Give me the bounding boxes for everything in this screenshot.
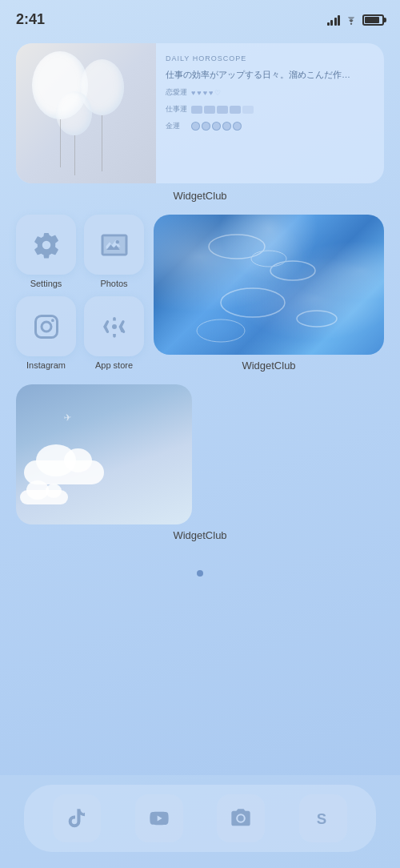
- horoscope-love-row: 恋愛運 ♥ ♥ ♥ ♥ ♡: [166, 87, 374, 98]
- photos-icon: [100, 231, 129, 259]
- settings-label: Settings: [30, 279, 62, 288]
- status-icons: [327, 14, 385, 26]
- dock-tiktok[interactable]: [53, 794, 101, 842]
- dock-s-app[interactable]: S: [299, 794, 347, 842]
- signal-icon: [327, 14, 341, 26]
- cloud-2: [20, 490, 68, 504]
- svg-text:S: S: [317, 810, 326, 827]
- appstore-icon-bg: [84, 296, 144, 356]
- horoscope-widget[interactable]: DAILY HOROSCOPE 仕事の効率がアップする日々。溜めこんだ作… 恋愛…: [16, 43, 384, 183]
- camera-icon: [230, 807, 252, 830]
- water-image: [154, 215, 384, 355]
- main-content: DAILY HOROSCOPE 仕事の効率がアップする日々。溜めこんだ作… 恋愛…: [0, 35, 400, 562]
- tiktok-icon: [66, 807, 88, 830]
- sky-widget-section: ✈ WidgetClub: [16, 384, 384, 541]
- photos-label: Photos: [100, 279, 127, 288]
- water-ripples: [154, 215, 384, 355]
- settings-icon-bg: [16, 215, 76, 275]
- appstore-icon: [100, 312, 129, 341]
- settings-icon: [32, 231, 61, 259]
- dock-camera[interactable]: [217, 794, 265, 842]
- youtube-icon: [148, 807, 170, 830]
- instagram-icon: [32, 312, 61, 341]
- svg-point-4: [197, 319, 245, 342]
- money-coins: [191, 122, 242, 131]
- sky-widget-label: WidgetClub: [16, 529, 384, 541]
- work-bars: [191, 106, 254, 114]
- svg-point-0: [209, 235, 265, 259]
- horoscope-info: DAILY HOROSCOPE 仕事の効率がアップする日々。溜めこんだ作… 恋愛…: [156, 43, 384, 183]
- svg-point-1: [270, 261, 315, 280]
- horoscope-title: DAILY HOROSCOPE: [166, 54, 374, 62]
- wifi-icon: [345, 15, 358, 25]
- page-dot-active: [197, 570, 203, 577]
- status-time: 2:41: [16, 11, 45, 28]
- widget-balloon-image: [16, 43, 156, 183]
- app-settings[interactable]: Settings: [16, 215, 76, 288]
- sky-widget[interactable]: ✈: [16, 384, 192, 524]
- work-label: 仕事運: [166, 104, 188, 115]
- app-appstore[interactable]: App store: [84, 296, 144, 370]
- instagram-label: Instagram: [26, 360, 66, 370]
- battery-icon: [362, 14, 384, 26]
- app-photos[interactable]: Photos: [84, 215, 144, 288]
- horoscope-work-row: 仕事運: [166, 104, 374, 115]
- instagram-icon-bg: [16, 296, 76, 356]
- top-widget-label: WidgetClub: [16, 190, 384, 202]
- water-widget-label: WidgetClub: [242, 360, 295, 372]
- svg-point-5: [251, 251, 286, 267]
- appstore-label: App store: [95, 360, 133, 370]
- s-app-icon: S: [312, 807, 334, 830]
- status-bar: 2:41: [0, 0, 400, 35]
- sky-plane: ✈: [63, 412, 72, 424]
- love-label: 恋愛運: [166, 87, 188, 98]
- dock-inner: S: [24, 785, 376, 852]
- money-label: 金運: [166, 121, 188, 131]
- dock: S: [0, 775, 400, 868]
- page-indicator: [0, 570, 400, 577]
- horoscope-money-row: 金運: [166, 121, 374, 131]
- love-hearts: ♥ ♥ ♥ ♥ ♡: [191, 89, 221, 97]
- water-widget[interactable]: WidgetClub: [154, 215, 384, 372]
- svg-point-3: [297, 311, 337, 327]
- photos-icon-bg: [84, 215, 144, 275]
- horoscope-text: 仕事の効率がアップする日々。溜めこんだ作…: [166, 69, 374, 81]
- svg-point-2: [221, 288, 285, 317]
- app-grid-section: Settings Photos Instagr: [16, 215, 384, 372]
- dock-youtube[interactable]: [135, 794, 183, 842]
- app-instagram[interactable]: Instagram: [16, 296, 76, 370]
- app-grid: Settings Photos Instagr: [16, 215, 144, 370]
